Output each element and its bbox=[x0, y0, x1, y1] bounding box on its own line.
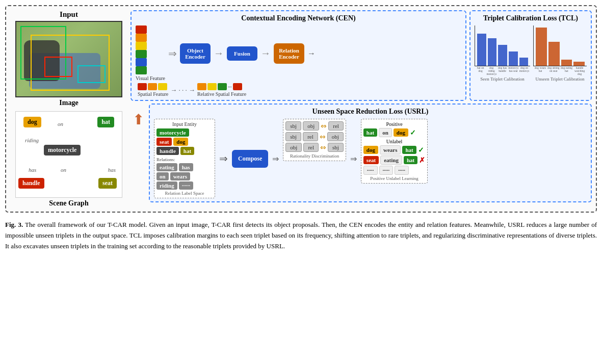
sg-node-seat: seat bbox=[98, 178, 117, 189]
rat-rel-2: rel bbox=[303, 132, 318, 141]
pu-dots-1: ····· bbox=[363, 166, 378, 175]
ie-on: on bbox=[156, 172, 169, 180]
rat-row-1: sbj obj ⇔ rel bbox=[285, 121, 344, 131]
rationality-box: sbj obj ⇔ rel sbj rel ⇔ obj bbox=[283, 119, 346, 161]
ie-row-on: on wears bbox=[156, 172, 213, 180]
stack-block-6 bbox=[136, 66, 147, 74]
feature-stacks: Visual Feature bbox=[136, 25, 165, 81]
check-2: ✓ bbox=[418, 146, 424, 154]
pu-label: Positive Unlabel Learning bbox=[363, 176, 425, 181]
input-entity-box: Input Entity motorcycle seat dog handle … bbox=[154, 119, 215, 198]
seen-bar-2 bbox=[488, 38, 497, 66]
rat-obj-3: obj bbox=[285, 143, 302, 152]
check-1: ✓ bbox=[410, 128, 416, 137]
rat-sbj-2: sbj bbox=[285, 132, 301, 141]
spatial-arrow: → · · · → bbox=[170, 86, 195, 94]
usrl-content: Input Entity motorcycle seat dog handle … bbox=[154, 119, 587, 198]
dots: ··· bbox=[228, 84, 232, 90]
rat-sbj-1: sbj bbox=[285, 121, 301, 131]
rat-row-3: obj rel ⇔ sbj bbox=[285, 143, 344, 152]
caption: Fig. 3. The overall framework of our T-C… bbox=[5, 220, 597, 251]
seen-label: Seen Triplet Calibration bbox=[475, 76, 530, 82]
unseen-bar-3 bbox=[561, 60, 572, 66]
pu-eating: eating bbox=[380, 155, 402, 165]
arrow-to-compose: ⇒ bbox=[219, 152, 228, 165]
rs-block-2 bbox=[207, 83, 217, 90]
ie-seat: seat bbox=[156, 138, 172, 146]
stack-block-1 bbox=[136, 25, 147, 34]
rs-block-3 bbox=[218, 83, 227, 90]
stack-block-4 bbox=[136, 50, 147, 58]
ie-title: Input Entity bbox=[156, 121, 213, 127]
spatial-stacks: Spatial Feature bbox=[138, 83, 168, 97]
ie-row-eating: eating has bbox=[156, 163, 213, 171]
usrl-title: Unseen Space Reduction Loss (USRL) bbox=[154, 108, 587, 116]
bbox-seat bbox=[77, 65, 106, 83]
ie-wears: wears bbox=[170, 172, 191, 180]
sg-node-dog: dog bbox=[23, 117, 41, 127]
pu-seat: seat bbox=[363, 156, 379, 164]
seen-x-labels: hat on dog dog riding motorcycle dog has… bbox=[475, 66, 530, 75]
ie-eating: eating bbox=[156, 163, 177, 171]
relation-label-area: Relations: eating has on wears bbox=[156, 157, 213, 190]
pu-box: Positive hat on dog ✓ Unlabel dog bbox=[361, 119, 428, 184]
arrow-to-rationality: ⇒ bbox=[272, 154, 279, 164]
unseen-bar-1 bbox=[536, 28, 547, 66]
rat-rel-3: rel bbox=[303, 143, 319, 152]
seen-xl-2: dog riding motorcycle bbox=[486, 66, 496, 75]
ie-row-3: handle hat bbox=[156, 147, 213, 155]
relative-spatial-label: Relative Spatial Feature bbox=[197, 91, 246, 97]
input-title: Input bbox=[60, 10, 78, 19]
sp-block-1 bbox=[138, 83, 147, 90]
scene-graph: dog hat motorcycle handle seat on riding… bbox=[15, 111, 122, 198]
rs-block-1 bbox=[197, 83, 206, 90]
seen-bar-1 bbox=[477, 34, 486, 66]
pu-hat-2: hat bbox=[402, 146, 416, 154]
stack-block-2 bbox=[136, 34, 147, 42]
pu-row-unlabel-1: dog wears hat ✓ bbox=[363, 145, 425, 154]
cen-content: Visual Feature ⇒ ObjectEncoder → Fusion … bbox=[136, 25, 461, 81]
rs-block-4 bbox=[233, 83, 242, 90]
seen-xl-1: hat on dog bbox=[476, 66, 485, 75]
ie-row-riding: riding ······ bbox=[156, 181, 213, 190]
bbox-handle bbox=[44, 57, 72, 77]
pu-dog-2: dog bbox=[363, 146, 378, 154]
image-box bbox=[15, 21, 122, 97]
pu-dots-2: ····· bbox=[379, 166, 394, 175]
rat-arrow-2: ⇔ bbox=[320, 133, 326, 141]
pu-dots-3: ····· bbox=[395, 166, 409, 175]
usrl-title-text: Unseen Space Reduction Loss (USRL) bbox=[312, 108, 429, 115]
sp-block-3 bbox=[158, 83, 167, 90]
rationality-label: Rationality Discrimination bbox=[285, 153, 344, 159]
caption-text: The overall framework of our T-CAR model… bbox=[5, 221, 597, 250]
cen-title: Contextual Encoding Network (CEN) bbox=[136, 14, 461, 22]
rls-title-text: Relations: bbox=[156, 157, 213, 162]
sg-edge-on: on bbox=[58, 121, 63, 127]
ie-handle: handle bbox=[156, 147, 179, 155]
ie-motorcycle: motorcycle bbox=[156, 128, 189, 137]
rat-row-2: sbj rel ⇔ obj bbox=[285, 132, 344, 141]
pu-wears: wears bbox=[380, 145, 401, 154]
usrl-up-arrow: ⬆ bbox=[133, 111, 144, 128]
cen-panel: Contextual Encoding Network (CEN) bbox=[130, 10, 466, 101]
usrl-arrow-container: ⬆ bbox=[130, 103, 146, 128]
unseen-xl-3: dog eating hat bbox=[561, 66, 573, 75]
unseen-label: Unseen Triplet Calibration bbox=[533, 76, 587, 82]
ie-riding: riding bbox=[156, 181, 177, 190]
tcl-title: Triplet Calibration Loss (TCL) bbox=[475, 14, 587, 22]
positive-section-title: Positive bbox=[363, 121, 425, 127]
ie-has: has bbox=[179, 163, 193, 171]
unseen-bar-4 bbox=[573, 62, 585, 66]
ie-dog: dog bbox=[173, 138, 188, 146]
seen-bar-5 bbox=[519, 58, 529, 66]
visual-feature-label: Visual Feature bbox=[136, 75, 165, 81]
stack-block-5 bbox=[136, 58, 147, 66]
unseen-xl-4: handle watching dog bbox=[573, 66, 586, 75]
main-container: Input Image dog hat motorcycle handle bbox=[5, 5, 597, 251]
arrow-to-pu: ⇒ bbox=[350, 154, 357, 164]
rat-rel-1: rel bbox=[328, 121, 344, 131]
ie-hat: hat bbox=[180, 147, 194, 155]
seen-xl-5: dog on motorcycle bbox=[519, 66, 529, 75]
pu-on: on bbox=[379, 128, 392, 137]
seen-xl-4: motorcycle has seat bbox=[508, 66, 518, 75]
